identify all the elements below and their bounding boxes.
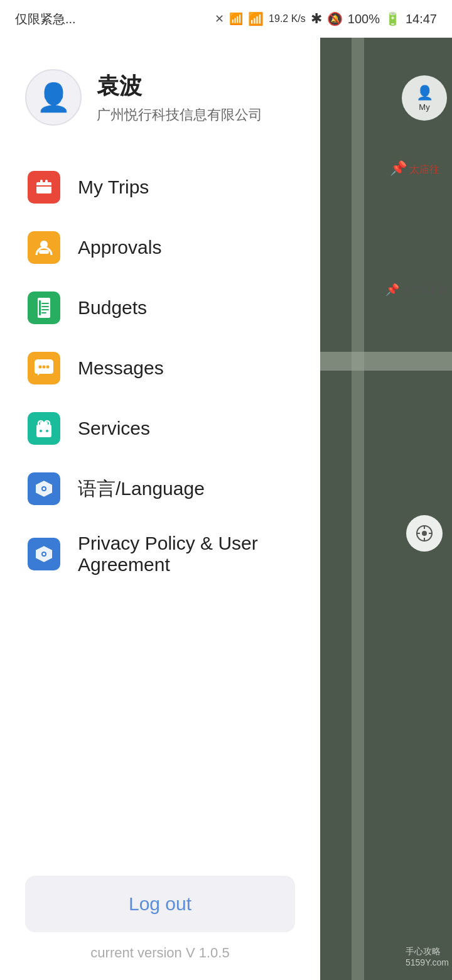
menu-item-services[interactable]: Services — [0, 398, 320, 459]
wifi-icon: 📶 — [248, 11, 264, 26]
svg-rect-19 — [40, 422, 48, 425]
profile-company: 广州悦行科技信息有限公司 — [97, 106, 262, 124]
svg-rect-11 — [41, 312, 46, 313]
approvals-label: Approvals — [78, 237, 161, 258]
svg-point-13 — [39, 366, 42, 369]
map-road-vertical — [352, 38, 364, 980]
drawer-panel: 👤 袁波 广州悦行科技信息有限公司 My Trips — [0, 38, 320, 980]
services-label: Services — [78, 418, 150, 439]
svg-rect-22 — [42, 430, 46, 432]
mute-icon: 🔕 — [327, 11, 343, 26]
version-text: current version V 1.0.5 — [90, 945, 229, 961]
battery-text: 100% — [348, 12, 380, 26]
status-right: ✕ 📶 📶 19.2 K/s ✱ 🔕 100% 🔋 14:47 — [215, 11, 437, 27]
network-speed: 19.2 K/s — [269, 13, 306, 24]
map-my-button[interactable]: 👤 My — [402, 75, 447, 121]
privacy-label: Privacy Policy & User Agreement — [78, 533, 293, 575]
svg-point-30 — [43, 553, 45, 555]
svg-rect-2 — [45, 180, 48, 183]
avatar: 👤 — [25, 69, 82, 126]
map-road-horizontal — [320, 352, 452, 371]
trips-label: My Trips — [78, 177, 149, 198]
emergency-text: 仅限紧急... — [15, 11, 76, 28]
menu-item-my-trips[interactable]: My Trips — [0, 157, 320, 217]
map-overlay — [320, 38, 452, 980]
messages-icon — [28, 352, 60, 384]
menu-list: My Trips Approvals — [0, 151, 320, 863]
status-left: 仅限紧急... — [15, 11, 76, 28]
avatar-icon: 👤 — [36, 81, 71, 114]
approvals-icon — [28, 231, 60, 264]
bluetooth-icon: ✱ — [311, 11, 322, 27]
map-my-icon: 👤 — [416, 85, 433, 101]
privacy-icon — [28, 538, 60, 570]
profile-section: 👤 袁波 广州悦行科技信息有限公司 — [0, 38, 320, 151]
svg-point-26 — [43, 487, 45, 490]
map-my-label: My — [419, 102, 429, 112]
svg-rect-5 — [39, 250, 49, 254]
messages-label: Messages — [78, 357, 164, 379]
svg-rect-1 — [40, 180, 43, 183]
map-watermark: 手心攻略5159Y.com — [406, 946, 449, 967]
battery-icon: 🔋 — [385, 11, 401, 26]
menu-item-budgets[interactable]: Budgets — [0, 278, 320, 338]
map-poi-1: 📌 太庙往 — [390, 160, 439, 177]
menu-item-language[interactable]: 语言/Language — [0, 459, 320, 519]
logout-label: Log out — [129, 893, 191, 915]
bottom-section: Log out current version V 1.0.5 — [0, 863, 320, 980]
status-bar: 仅限紧急... ✕ 📶 📶 19.2 K/s ✱ 🔕 100% 🔋 14:47 — [0, 0, 452, 38]
svg-point-15 — [46, 366, 50, 369]
svg-point-21 — [46, 430, 48, 432]
signal-icon: ✕ — [215, 12, 224, 26]
language-label: 语言/Language — [78, 476, 205, 502]
svg-rect-8 — [41, 303, 49, 304]
map-location-button[interactable] — [406, 515, 443, 552]
profile-info: 袁波 广州悦行科技信息有限公司 — [97, 71, 262, 124]
signal-bars: 📶 — [229, 12, 243, 26]
trips-icon — [28, 171, 60, 204]
svg-point-14 — [43, 366, 46, 369]
logout-button[interactable]: Log out — [25, 876, 295, 932]
language-icon — [28, 472, 60, 505]
profile-name: 袁波 — [97, 71, 262, 102]
menu-item-messages[interactable]: Messages — [0, 338, 320, 398]
time: 14:47 — [406, 12, 437, 26]
svg-point-20 — [40, 430, 42, 432]
svg-point-32 — [422, 531, 427, 536]
menu-item-approvals[interactable]: Approvals — [0, 217, 320, 278]
svg-rect-10 — [41, 309, 49, 310]
main-container: 👤 袁波 广州悦行科技信息有限公司 My Trips — [0, 38, 452, 980]
svg-rect-7 — [39, 300, 41, 315]
budgets-icon — [28, 291, 60, 324]
menu-item-privacy[interactable]: Privacy Policy & User Agreement — [0, 519, 320, 589]
map-poi-2: 📌 故宫彩扩部 — [385, 283, 449, 297]
svg-rect-0 — [36, 182, 51, 193]
svg-rect-9 — [41, 306, 49, 307]
budgets-label: Budgets — [78, 297, 147, 318]
services-icon — [28, 412, 60, 445]
map-panel: 👤 My 📌 太庙往 📌 故宫彩扩部 手心攻略5159Y.com — [320, 38, 452, 980]
